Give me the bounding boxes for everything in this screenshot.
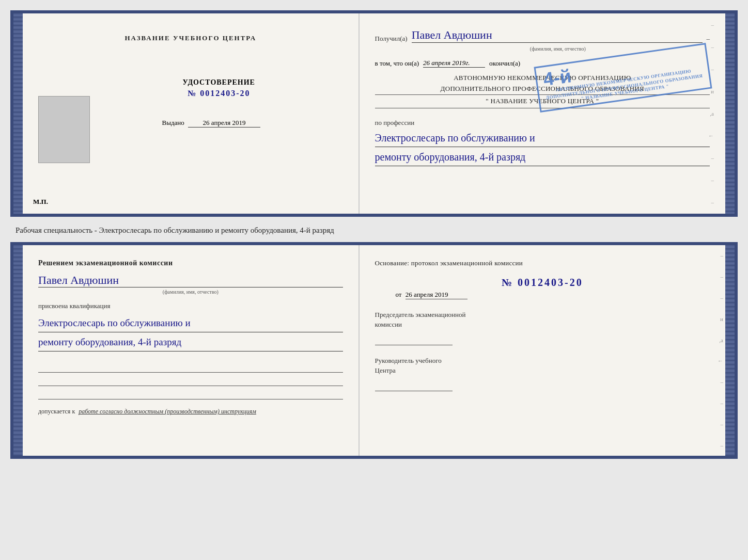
issued-date: 26 апреля 2019 [188, 119, 260, 127]
date-prefix: в том, что он(а) [375, 59, 419, 68]
mp-label: М.П. [33, 198, 48, 206]
separator-content: Рабочая специальность - Электрослесарь п… [15, 226, 334, 234]
bottom-right-panel: Основание: протокол экзаменационной коми… [360, 245, 725, 456]
head-title: Руководитель учебного Центра [375, 356, 710, 376]
separator-text: Рабочая специальность - Электрослесарь п… [10, 223, 738, 236]
recipient-prefix: Получил(а) [375, 35, 408, 43]
right-edge-marks: – – – и ,а ← – – – [708, 13, 714, 214]
page-container: НАЗВАНИЕ УЧЕБНОГО ЦЕНТРА УДОСТОВЕРЕНИЕ №… [10, 10, 738, 459]
top-document: НАЗВАНИЕ УЧЕБНОГО ЦЕНТРА УДОСТОВЕРЕНИЕ №… [10, 10, 738, 217]
bottom-spine-right [725, 245, 735, 456]
допускается-prefix: допускается к [38, 408, 75, 415]
bottom-spine-left [13, 245, 23, 456]
top-right-panel: Получил(а) Павел Авдюшин – (фамилия, имя… [360, 13, 725, 214]
profession-value: Электрослесарь по обслуживанию и ремонту… [375, 130, 710, 166]
date-value: 26 апреля 2019г. [423, 59, 485, 68]
head-signature [375, 379, 453, 391]
br-number: № 0012403-20 [375, 277, 710, 289]
chairman-line1: Председатель экзаменационной [375, 310, 710, 320]
bottom-qual: Электрослесарь по обслуживанию и ремонту… [38, 315, 343, 354]
bottom-left-panel: Решением экзаменационной комиссии Павел … [23, 245, 360, 456]
issued-label: Выдано [162, 119, 184, 126]
bottom-name: Павел Авдюшин [38, 274, 343, 287]
profession-line2: ремонту оборудования, 4-й разряд [375, 149, 710, 166]
extra-line-1 [38, 361, 343, 373]
extra-line-3 [38, 388, 343, 399]
допускается-value: работе согласно должностным (производств… [79, 408, 256, 415]
br-date-value: 26 апреля 2019 [406, 291, 467, 299]
profession-block: по профессии Электрослесарь по обслужива… [375, 119, 710, 168]
extra-line-2 [38, 375, 343, 386]
basis-label: Основание: протокол экзаменационной коми… [375, 258, 710, 268]
bottom-extra-lines [38, 361, 343, 402]
recipient-name: Павел Авдюшин [412, 29, 703, 43]
spine-left [13, 13, 23, 214]
допускается-section: допускается к работе согласно должностны… [38, 408, 343, 415]
left-title: НАЗВАНИЕ УЧЕБНОГО ЦЕНТРА [124, 34, 256, 42]
dash-after-name: – [707, 35, 710, 43]
cert-label: УДОСТОВЕРЕНИЕ [183, 78, 255, 87]
issued-section: Выдано 26 апреля 2019 [162, 119, 261, 127]
spine-right [725, 13, 735, 214]
br-date-prefix: от [396, 291, 402, 298]
chairman-line2: комиссии [375, 319, 710, 330]
bottom-name-sub: (фамилия, имя, отчество) [38, 289, 343, 295]
chairman-signature [375, 333, 453, 345]
cert-number: № 0012403-20 [188, 89, 250, 98]
bottom-document: Решением экзаменационной комиссии Павел … [10, 242, 738, 459]
qual-line1: Электрослесарь по обслуживанию и [38, 315, 343, 332]
head-line2: Центра [375, 365, 710, 376]
date-suffix: окончил(а) [489, 59, 520, 68]
bottom-right-edge-marks: – – – и ,а ← – – – – [718, 245, 723, 456]
profession-line1: Электрослесарь по обслуживанию и [375, 130, 710, 147]
qual-line2: ремонту оборудования, 4-й разряд [38, 334, 343, 351]
head-line1: Руководитель учебного [375, 356, 710, 366]
br-date: от 26 апреля 2019 [396, 291, 710, 299]
top-left-panel: НАЗВАНИЕ УЧЕБНОГО ЦЕНТРА УДОСТОВЕРЕНИЕ №… [23, 13, 360, 214]
chairman-title: Председатель экзаменационной комиссии [375, 310, 710, 330]
photo-placeholder [38, 96, 90, 163]
recipient-line: Получил(а) Павел Авдюшин – [375, 29, 710, 43]
profession-prefix: по профессии [375, 119, 710, 127]
cert-section: УДОСТОВЕРЕНИЕ № 0012403-20 [183, 78, 255, 98]
bottom-title: Решением экзаменационной комиссии [38, 258, 343, 268]
assigned-label: присвоена квалификация [38, 302, 343, 310]
